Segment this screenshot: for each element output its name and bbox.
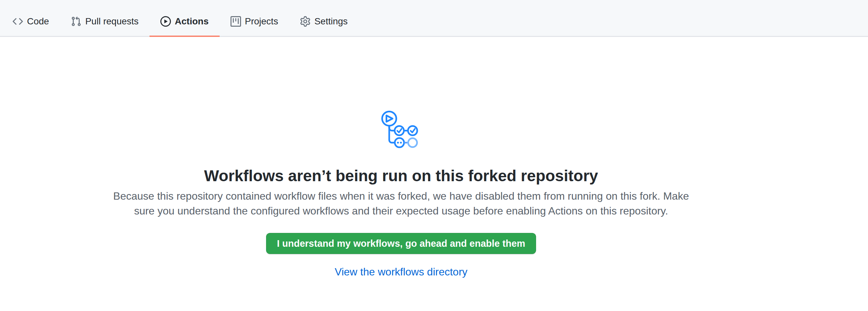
repo-nav: Code Pull requests Actions Projects Sett… [0,0,868,37]
pull-request-icon [71,16,81,27]
workflows-directory-link-row: View the workflows directory [0,266,802,278]
project-icon [230,16,241,27]
blankslate-description: Because this repository contained workfl… [0,189,802,218]
blankslate-title: Workflows aren’t being run on this forke… [0,166,802,185]
play-icon [160,16,171,27]
tab-label-projects: Projects [245,17,278,26]
workflow-graph-icon [380,110,422,149]
tab-pull-requests[interactable]: Pull requests [60,7,150,37]
tab-label-settings: Settings [314,17,348,26]
enable-workflows-button[interactable]: I understand my workflows, go ahead and … [266,233,536,254]
actions-blankslate: Workflows aren’t being run on this forke… [0,37,802,278]
tab-actions[interactable]: Actions [150,7,220,37]
tab-label-actions: Actions [175,17,209,26]
view-workflows-directory-link[interactable]: View the workflows directory [335,266,467,278]
blankslate-description-line-1: Because this repository contained workfl… [0,189,802,204]
tab-label-code: Code [27,17,49,26]
tab-projects[interactable]: Projects [220,7,289,37]
gear-icon [300,16,311,27]
code-icon [12,16,23,27]
tab-label-pull-requests: Pull requests [85,17,138,26]
blankslate-description-line-2: sure you understand the configured workf… [0,204,802,218]
tab-settings[interactable]: Settings [289,7,359,37]
tab-code[interactable]: Code [2,7,60,37]
